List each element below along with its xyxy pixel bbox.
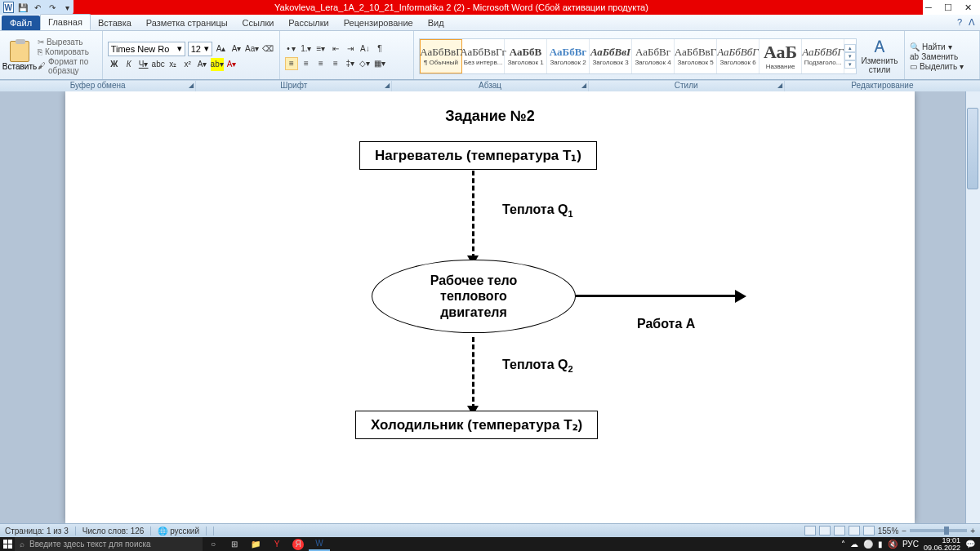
find-button[interactable]: 🔍Найти ▾ — [910, 42, 964, 51]
style-title[interactable]: АаБНазвание — [760, 39, 802, 73]
sort-icon[interactable]: A↓ — [359, 42, 372, 56]
font-color-button[interactable]: A▾ — [225, 58, 238, 71]
qat-more-icon[interactable]: ▾ — [62, 1, 74, 14]
cooler-box[interactable]: Холодильник (температура T₂) — [355, 411, 598, 439]
dialog-launcher-icon[interactable]: ◢ — [385, 82, 390, 89]
copy-button[interactable]: ⎘Копировать — [38, 47, 97, 56]
maximize-button[interactable]: ☐ — [942, 2, 954, 12]
justify-icon[interactable]: ≡ — [329, 57, 342, 70]
close-button[interactable]: ✕ — [962, 2, 973, 12]
change-case-icon[interactable]: Aa▾ — [246, 42, 259, 56]
replace-button[interactable]: abЗаменить — [910, 52, 964, 61]
start-button[interactable] — [0, 537, 15, 551]
style-h6[interactable]: АаБбВбГЗаголовок 6 — [717, 39, 760, 73]
clock[interactable]: 19:01 09.06.2022 — [924, 537, 960, 552]
style-normal[interactable]: АаБбВвГ¶ Обычный — [420, 39, 462, 73]
zoom-value[interactable]: 155% — [878, 527, 899, 535]
word-count[interactable]: Число слов: 126 — [82, 527, 152, 535]
line-spacing-icon[interactable]: ‡▾ — [344, 57, 357, 70]
format-painter-button[interactable]: 🖌Формат по образцу — [38, 57, 97, 75]
tab-mailings[interactable]: Рассылки — [281, 16, 336, 30]
zoom-in-icon[interactable]: + — [970, 527, 975, 535]
heater-box[interactable]: Нагреватель (температура T₁) — [359, 141, 597, 170]
redo-icon[interactable]: ↷ — [47, 1, 58, 14]
align-right-icon[interactable]: ≡ — [314, 57, 327, 70]
language-status[interactable]: 🌐 русский — [158, 527, 214, 535]
zoom-out-icon[interactable]: − — [902, 527, 906, 535]
style-h5[interactable]: АаБбВвГЗаголовок 5 — [675, 39, 717, 73]
cortana-icon[interactable]: ○ — [203, 537, 224, 551]
web-view-icon[interactable] — [834, 526, 845, 535]
notifications-icon[interactable]: 💬 — [965, 540, 975, 549]
font-name-combo[interactable]: Times New Ro▾ — [108, 42, 185, 56]
italic-button[interactable]: К — [122, 58, 136, 71]
minimize-button[interactable]: ─ — [923, 2, 934, 12]
undo-icon[interactable]: ↶ — [32, 1, 43, 14]
zoom-slider[interactable] — [910, 529, 967, 532]
decrease-indent-icon[interactable]: ⇤ — [329, 42, 342, 56]
borders-icon[interactable]: ▦▾ — [373, 57, 386, 70]
text-effects-icon[interactable]: A▾ — [196, 58, 209, 71]
save-icon[interactable]: 💾 — [17, 1, 29, 14]
change-styles-button[interactable]: Ꭺ Изменить стили — [860, 38, 899, 74]
subscript-button[interactable]: x₂ — [167, 58, 180, 71]
onedrive-icon[interactable]: ☁ — [850, 540, 858, 549]
show-marks-icon[interactable]: ¶ — [373, 42, 386, 56]
minimize-ribbon-icon[interactable]: ᐱ — [969, 17, 975, 28]
style-h1[interactable]: АаБбВЗаголовок 1 — [505, 39, 547, 73]
style-h4[interactable]: АаБбВгЗаголовок 4 — [632, 39, 675, 73]
explorer-icon[interactable]: 📁 — [245, 537, 266, 551]
wifi-icon[interactable]: ⚪ — [863, 540, 873, 549]
outline-view-icon[interactable] — [849, 526, 860, 535]
align-center-icon[interactable]: ≡ — [300, 57, 313, 70]
shrink-font-icon[interactable]: A▾ — [230, 42, 243, 56]
tab-insert[interactable]: Вставка — [91, 16, 139, 30]
align-left-icon[interactable]: ≡ — [285, 57, 298, 70]
shading-icon[interactable]: ◇▾ — [359, 57, 372, 70]
working-body-ellipse[interactable]: Рабочее тело теплового двигателя — [372, 260, 576, 333]
vertical-scrollbar[interactable] — [965, 91, 980, 523]
style-h2[interactable]: АаБбВгЗаголовок 2 — [547, 39, 590, 73]
fullscreen-view-icon[interactable] — [819, 526, 831, 535]
tray-chevron-icon[interactable]: ˄ — [841, 540, 845, 549]
dialog-launcher-icon[interactable]: ◢ — [777, 82, 782, 89]
styles-gallery[interactable]: АаБбВвГ¶ Обычный АаБбВвГгБез интерв... А… — [419, 38, 857, 74]
bold-button[interactable]: Ж — [108, 58, 121, 71]
increase-indent-icon[interactable]: ⇥ — [344, 42, 357, 56]
multilevel-icon[interactable]: ≡▾ — [314, 42, 327, 56]
gallery-scroll[interactable]: ▴▾▾ — [844, 44, 856, 69]
cut-button[interactable]: ✂Вырезать — [38, 38, 97, 47]
file-tab[interactable]: Файл — [2, 16, 40, 30]
strike-button[interactable]: abc — [152, 58, 165, 71]
word-icon[interactable]: W — [3, 2, 14, 13]
page-status[interactable]: Страница: 1 из 3 — [5, 527, 76, 535]
tab-layout[interactable]: Разметка страницы — [139, 16, 235, 30]
dialog-launcher-icon[interactable]: ◢ — [581, 82, 586, 89]
dialog-launcher-icon[interactable]: ◢ — [189, 82, 194, 89]
numbering-icon[interactable]: 1.▾ — [300, 42, 313, 56]
tab-references[interactable]: Ссылки — [235, 16, 282, 30]
underline-button[interactable]: Ч▾ — [137, 58, 150, 71]
style-h3[interactable]: АаБбВвІЗаголовок 3 — [590, 39, 632, 73]
print-layout-view-icon[interactable] — [804, 526, 816, 535]
highlight-button[interactable]: ab▾ — [211, 58, 224, 71]
volume-icon[interactable]: 🔇 — [888, 540, 898, 549]
bullets-icon[interactable]: • ▾ — [285, 42, 298, 56]
yandex-icon[interactable]: Y — [266, 537, 287, 551]
select-button[interactable]: ▭Выделить ▾ — [910, 62, 964, 71]
taskbar-search[interactable]: ⌕Введите здесь текст для поиска — [15, 537, 203, 551]
scroll-thumb[interactable] — [967, 108, 978, 189]
tab-home[interactable]: Главная — [40, 14, 91, 30]
tab-view[interactable]: Вид — [421, 16, 452, 30]
style-nospacing[interactable]: АаБбВвГгБез интерв... — [462, 39, 505, 73]
tab-review[interactable]: Рецензирование — [336, 16, 421, 30]
draft-view-icon[interactable] — [863, 526, 875, 535]
page[interactable]: Задание №2 Нагреватель (температура T₁) … — [65, 91, 915, 523]
style-subtitle[interactable]: АаБбВбГПодзаголо... — [802, 39, 844, 73]
task-view-icon[interactable]: ⊞ — [224, 537, 245, 551]
clear-format-icon[interactable]: ⌫ — [261, 42, 274, 56]
font-size-combo[interactable]: 12▾ — [188, 42, 212, 56]
battery-icon[interactable]: ▮ — [878, 540, 883, 549]
grow-font-icon[interactable]: A▴ — [215, 42, 228, 56]
superscript-button[interactable]: x² — [181, 58, 194, 71]
